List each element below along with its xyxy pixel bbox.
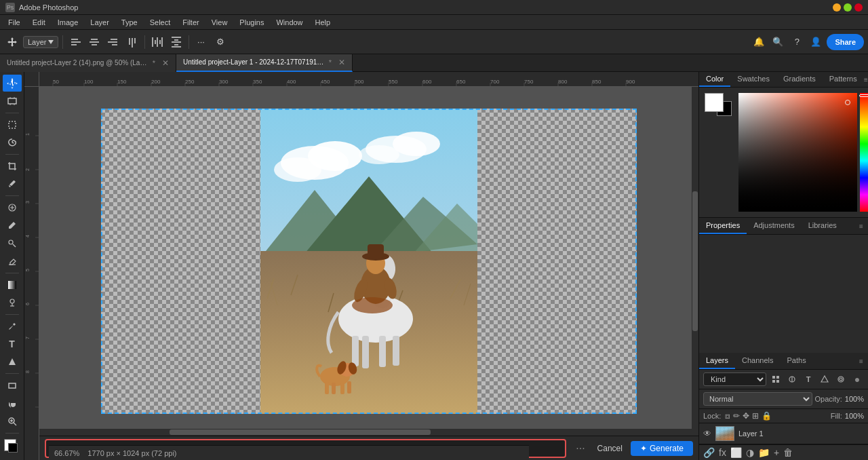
prompt-more-button[interactable]: ··· xyxy=(572,442,589,455)
prompt-generate-button[interactable]: ✦ Generate xyxy=(631,441,693,456)
tab-layers[interactable]: Layers xyxy=(699,353,735,369)
menu-image[interactable]: Image xyxy=(52,17,84,28)
lock-transparent-btn[interactable]: ⧈ xyxy=(725,411,730,421)
lock-pixel-btn[interactable]: ✏ xyxy=(733,411,740,421)
tab-paths[interactable]: Paths xyxy=(781,353,813,369)
tab-swatches[interactable]: Swatches xyxy=(730,72,776,87)
align-top-btn[interactable] xyxy=(124,34,140,50)
menu-type[interactable]: Type xyxy=(116,17,143,28)
move-tool[interactable] xyxy=(3,75,22,92)
align-right-btn[interactable] xyxy=(105,34,121,50)
background-color[interactable] xyxy=(8,443,18,453)
hue-slider[interactable] xyxy=(860,93,868,212)
menu-edit[interactable]: Edit xyxy=(27,17,51,28)
menu-file[interactable]: File xyxy=(3,17,26,28)
color-gradient-picker[interactable] xyxy=(738,93,857,212)
menu-layer[interactable]: Layer xyxy=(85,17,115,28)
filter-pixel-btn[interactable] xyxy=(769,372,783,386)
dodge-tool[interactable] xyxy=(3,294,22,311)
properties-panel-expand[interactable]: ≡ xyxy=(854,223,868,230)
new-layer-btn[interactable]: + xyxy=(774,447,779,458)
layers-blend-mode[interactable]: Normal xyxy=(703,392,812,406)
help-btn[interactable]: ? xyxy=(789,34,805,50)
align-left-btn[interactable] xyxy=(67,34,83,50)
shape-tool[interactable] xyxy=(3,377,22,394)
new-fill-layer-btn[interactable]: ◑ xyxy=(746,447,754,458)
tab-adjustments[interactable]: Adjustments xyxy=(747,218,802,234)
tab-channels[interactable]: Channels xyxy=(735,353,780,369)
heal-tool[interactable] xyxy=(3,199,22,216)
color-panel-expand[interactable]: ≡ xyxy=(864,72,868,87)
layer-item-1[interactable]: 👁 Layer 1 xyxy=(699,423,868,444)
share-button[interactable]: Share xyxy=(827,34,864,50)
eraser-tool[interactable] xyxy=(3,252,22,269)
layer-mask-btn[interactable]: ⬜ xyxy=(730,447,742,458)
prompt-cancel-button[interactable]: Cancel xyxy=(589,441,631,456)
distribute-v-btn[interactable] xyxy=(168,34,184,50)
hand-tool[interactable] xyxy=(3,395,22,412)
tab-layer2-close[interactable]: ✕ xyxy=(162,58,169,68)
tab-properties[interactable]: Properties xyxy=(699,218,747,234)
layers-panel-expand[interactable]: ≡ xyxy=(854,358,868,365)
lasso-tool[interactable] xyxy=(3,134,22,151)
lock-artboard-btn[interactable]: ⊞ xyxy=(752,411,759,421)
pen-tool[interactable] xyxy=(3,318,22,334)
search-btn[interactable]: 🔍 xyxy=(770,34,786,50)
layer-dropdown[interactable]: Layer xyxy=(23,36,58,48)
path-select-tool[interactable] xyxy=(3,353,22,370)
fill-value[interactable]: 100% xyxy=(845,412,864,420)
filter-adjust-btn[interactable] xyxy=(785,372,799,386)
user-btn[interactable]: 👤 xyxy=(808,34,824,50)
eyedropper-tool[interactable] xyxy=(3,175,22,192)
scrollbar-v-thumb[interactable] xyxy=(692,191,698,331)
menu-filter[interactable]: Filter xyxy=(177,17,204,28)
tab-libraries[interactable]: Libraries xyxy=(802,218,844,234)
delete-layer-btn[interactable]: 🗑 xyxy=(783,447,793,458)
gradient-tool[interactable] xyxy=(3,276,22,293)
filter-type-btn[interactable]: T xyxy=(802,372,815,386)
close-button[interactable] xyxy=(854,3,863,12)
move-tool-icon[interactable] xyxy=(4,34,20,50)
tab-layer1-close[interactable]: ✕ xyxy=(338,58,345,67)
tab-layer1[interactable]: Untitled project-Layer 1 - 2024-12-17T07… xyxy=(176,54,353,72)
tab-color[interactable]: Color xyxy=(699,72,730,87)
marquee-tool[interactable] xyxy=(3,116,22,133)
menu-select[interactable]: Select xyxy=(144,17,176,28)
align-center-btn[interactable] xyxy=(86,34,102,50)
filter-shape-btn[interactable] xyxy=(818,372,831,386)
hue-thumb[interactable] xyxy=(859,94,868,97)
notification-btn[interactable]: 🔔 xyxy=(751,34,767,50)
maximize-button[interactable] xyxy=(844,3,852,12)
layer-visibility-icon[interactable]: 👁 xyxy=(703,429,711,438)
zoom-tool[interactable] xyxy=(3,413,22,429)
opacity-value[interactable]: 100% xyxy=(845,395,864,403)
filter-toggle[interactable]: ● xyxy=(850,372,864,386)
minimize-button[interactable] xyxy=(833,3,841,12)
new-group-btn[interactable]: 📁 xyxy=(758,447,770,458)
settings-btn[interactable]: ⚙ xyxy=(212,34,229,50)
menu-plugins[interactable]: Plugins xyxy=(234,17,269,28)
lock-position-btn[interactable]: ✥ xyxy=(743,411,749,421)
brush-tool[interactable] xyxy=(3,216,22,233)
scrollbar-h-thumb[interactable] xyxy=(170,429,431,435)
lock-all-btn[interactable]: 🔒 xyxy=(762,411,772,421)
scrollbar-horizontal[interactable] xyxy=(39,429,692,436)
menu-view[interactable]: View xyxy=(206,17,233,28)
more-tools-btn[interactable]: ··· xyxy=(193,34,210,50)
tab-gradients[interactable]: Gradients xyxy=(776,72,823,87)
artboard-tool[interactable] xyxy=(3,92,22,109)
foreground-swatch[interactable] xyxy=(705,93,724,112)
distribute-h-btn[interactable] xyxy=(149,34,165,50)
filter-smart-btn[interactable] xyxy=(834,372,848,386)
menu-help[interactable]: Help xyxy=(310,17,336,28)
link-layers-btn[interactable]: 🔗 xyxy=(703,447,715,458)
layers-kind-dropdown[interactable]: Kind xyxy=(703,372,766,386)
layer-effects-btn[interactable]: fx xyxy=(719,447,726,458)
tab-layer2[interactable]: Untitled project-Layer 2 (14).png @ 50% … xyxy=(0,54,176,72)
text-tool[interactable]: T xyxy=(3,335,22,352)
crop-tool[interactable] xyxy=(3,157,22,174)
color-selector[interactable] xyxy=(3,438,22,456)
menu-window[interactable]: Window xyxy=(271,17,308,28)
stamp-tool[interactable] xyxy=(3,235,22,252)
scrollbar-vertical[interactable] xyxy=(692,87,698,436)
